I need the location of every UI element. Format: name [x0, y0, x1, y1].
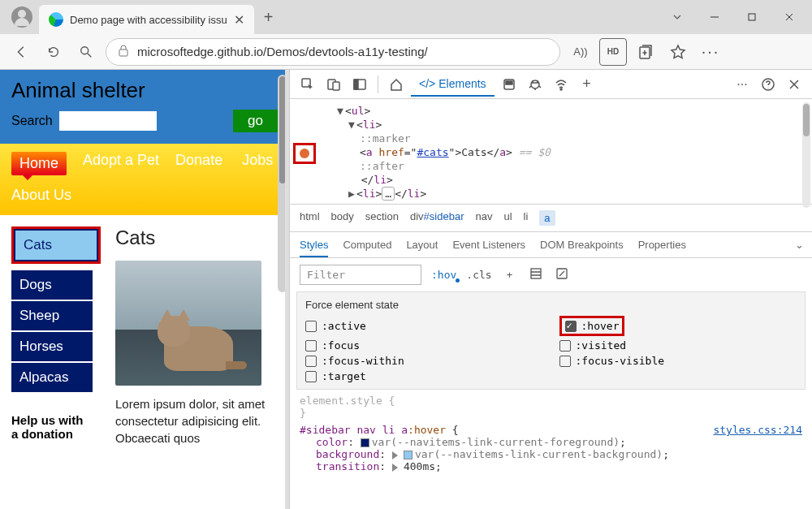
expand-icon[interactable] [392, 451, 402, 459]
browser-titlebar: Demo page with accessibility issu ✕ + [0, 0, 812, 34]
pin-icon[interactable] [554, 267, 570, 283]
state-active[interactable]: :active [305, 316, 543, 336]
collections-icon[interactable] [632, 38, 659, 66]
styles-filter-input[interactable]: Filter [300, 265, 421, 285]
help-icon[interactable] [757, 73, 780, 96]
svg-rect-3 [119, 50, 127, 56]
close-window-button[interactable] [771, 5, 807, 29]
go-button[interactable]: go [233, 110, 278, 132]
crumb-nav[interactable]: nav [475, 210, 492, 226]
pseudo-marker: ::marker [360, 132, 411, 145]
flexbox-overlay-icon[interactable] [528, 267, 544, 283]
sidebar-item-alpacas[interactable]: Alpacas [11, 363, 93, 392]
elements-scrollbar[interactable] [802, 102, 810, 208]
search-input[interactable] [59, 111, 157, 131]
svg-rect-7 [333, 82, 339, 90]
back-button[interactable] [8, 39, 34, 65]
tab-dom-breakpoints[interactable]: DOM Breakpoints [540, 239, 624, 251]
hov-toggle[interactable]: :hov [431, 269, 456, 281]
minimize-button[interactable] [697, 5, 732, 29]
hd-badge-icon[interactable]: HD [599, 38, 627, 66]
caret-down-icon[interactable] [659, 5, 695, 29]
new-tab-button[interactable]: + [264, 8, 274, 27]
svg-point-13 [560, 88, 562, 90]
color-swatch[interactable] [361, 438, 369, 447]
crumb-ul[interactable]: ul [503, 210, 512, 226]
state-hover[interactable]: :hover [565, 320, 620, 332]
app-tab-icon[interactable] [498, 73, 520, 96]
sidebar-item-sheep[interactable]: Sheep [11, 301, 93, 330]
force-state-panel: Force element state :active :hover :focu… [296, 291, 806, 390]
expand-icon[interactable] [392, 464, 402, 472]
state-visited[interactable]: :visited [559, 339, 797, 352]
elements-tree[interactable]: ▼<ul> ▼<li> ::marker <a href="#cats">Cat… [290, 99, 812, 204]
annotation-highlight: Cats [11, 226, 101, 264]
favorites-icon[interactable] [664, 38, 692, 66]
cls-toggle[interactable]: .cls [466, 269, 491, 281]
page-content: Animal shelter Search go Home Adopt a Pe… [0, 70, 289, 509]
help-text: Help us with a donation [11, 413, 93, 441]
maximize-button[interactable] [734, 5, 770, 29]
refresh-button[interactable] [41, 39, 67, 65]
browser-tab[interactable]: Demo page with accessibility issu ✕ [39, 5, 254, 34]
devtools-menu-icon[interactable]: ··· [731, 73, 754, 96]
pseudo-after: ::after [360, 160, 404, 172]
nav-donate[interactable]: Donate [175, 152, 222, 175]
tab-computed[interactable]: Computed [343, 239, 391, 251]
crumb-section[interactable]: section [365, 210, 399, 226]
chevron-down-icon[interactable]: ⌄ [795, 239, 804, 251]
close-devtools-icon[interactable] [783, 73, 806, 96]
lock-icon [118, 44, 129, 60]
annotation-hover-highlight: :hover [559, 316, 625, 336]
pane-divider[interactable] [285, 70, 289, 509]
device-toolbar-icon[interactable] [322, 73, 345, 96]
reader-mode-icon[interactable]: A)) [567, 38, 594, 66]
crumb-sidebar[interactable]: div#sidebar [410, 210, 464, 226]
css-source-link[interactable]: styles.css:214 [713, 424, 802, 436]
new-style-rule-button[interactable]: + [502, 269, 518, 281]
nav-home[interactable]: Home [11, 152, 67, 175]
address-bar[interactable]: microsoftedge.github.io/Demos/devtools-a… [106, 38, 560, 66]
sidebar-nav: Cats Dogs Sheep Horses Alpacas Help us w… [11, 226, 101, 446]
site-title: Animal shelter [11, 78, 278, 103]
dock-side-icon[interactable] [348, 73, 371, 96]
tab-layout[interactable]: Layout [406, 239, 438, 251]
styles-filter-row: Filter :hov .cls + [290, 258, 812, 291]
crumb-a[interactable]: a [539, 210, 555, 226]
svg-rect-9 [354, 80, 358, 89]
crumb-html[interactable]: html [300, 210, 320, 226]
selected-element-line[interactable]: <a href="#cats">Cats</a> == $0 [290, 145, 812, 159]
state-target[interactable]: :target [305, 370, 543, 382]
close-tab-icon[interactable]: ✕ [234, 12, 244, 28]
crumb-li[interactable]: li [524, 210, 529, 226]
svg-point-2 [81, 46, 89, 54]
tab-title: Demo page with accessibility issu [70, 14, 227, 26]
tab-event-listeners[interactable]: Event Listeners [452, 239, 525, 251]
sidebar-item-dogs[interactable]: Dogs [11, 270, 93, 300]
crumb-body[interactable]: body [331, 210, 354, 226]
tab-properties[interactable]: Properties [638, 239, 686, 251]
search-button[interactable] [73, 39, 99, 65]
search-label: Search [11, 114, 53, 128]
tab-styles[interactable]: Styles [300, 239, 328, 257]
issues-icon[interactable] [524, 73, 546, 96]
nav-about[interactable]: About Us [11, 187, 71, 204]
styles-rules[interactable]: element.style { } styles.css:214 #sideba… [290, 390, 812, 477]
state-focus-visible[interactable]: :focus-visible [559, 355, 797, 367]
nav-adopt[interactable]: Adopt a Pet [83, 152, 159, 175]
welcome-tab-icon[interactable] [385, 73, 408, 96]
color-swatch[interactable] [404, 451, 412, 459]
state-focus-within[interactable]: :focus-within [305, 355, 543, 367]
sidebar-item-horses[interactable]: Horses [11, 332, 93, 361]
nav-jobs[interactable]: Jobs [242, 152, 273, 175]
inspect-element-icon[interactable] [296, 73, 319, 96]
elements-tab[interactable]: </> Elements [411, 72, 495, 97]
url-text: microsoftedge.github.io/Demos/devtools-a… [137, 45, 548, 58]
more-tabs-icon[interactable]: + [576, 73, 598, 96]
state-focus[interactable]: :focus [305, 339, 543, 352]
browser-menu-button[interactable]: ··· [697, 38, 724, 66]
page-heading: Cats [115, 226, 273, 249]
profile-avatar[interactable] [11, 6, 32, 28]
sidebar-item-cats[interactable]: Cats [15, 231, 97, 260]
network-conditions-icon[interactable] [550, 73, 572, 96]
